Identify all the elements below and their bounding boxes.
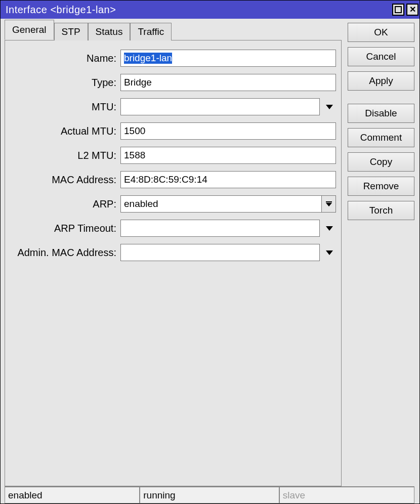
- chevron-down-icon: [326, 250, 333, 255]
- disable-button[interactable]: Disable: [348, 104, 414, 123]
- tab-status[interactable]: Status: [88, 23, 131, 40]
- arp-input[interactable]: [120, 195, 322, 213]
- field-mtu: MTU:: [10, 98, 336, 115]
- field-arp-timeout: ARP Timeout:: [10, 220, 336, 237]
- field-admin-mac: Admin. MAC Address:: [10, 244, 336, 261]
- tab-traffic[interactable]: Traffic: [130, 23, 172, 40]
- main-row: General STP Status Traffic Name: bridge1…: [5, 23, 414, 486]
- name-input-value: bridge1-lan: [124, 53, 172, 64]
- tab-strip: General STP Status Traffic: [5, 23, 342, 40]
- arp-timeout-dropdown-icon[interactable]: [323, 220, 336, 237]
- field-type: Type:: [10, 74, 336, 91]
- close-icon[interactable]: [406, 4, 418, 16]
- tab-general[interactable]: General: [5, 20, 54, 40]
- mtu-input[interactable]: [120, 98, 320, 115]
- status-running: running: [140, 487, 279, 503]
- label-l2-mtu: L2 MTU:: [10, 150, 116, 161]
- field-actual-mtu: Actual MTU:: [10, 122, 336, 140]
- chevron-down-icon: [326, 226, 333, 231]
- field-name: Name: bridge1-lan: [10, 50, 336, 67]
- torch-button[interactable]: Torch: [348, 201, 414, 220]
- arp-timeout-input[interactable]: [120, 220, 320, 237]
- window-title: Interface <bridge1-lan>: [6, 4, 116, 16]
- admin-mac-dropdown-icon[interactable]: [323, 244, 336, 261]
- mtu-dropdown-icon[interactable]: [323, 98, 336, 115]
- mac-address-input[interactable]: [120, 171, 336, 188]
- status-enabled: enabled: [5, 487, 140, 503]
- maximize-icon[interactable]: [392, 4, 404, 16]
- label-admin-mac: Admin. MAC Address:: [10, 247, 116, 259]
- cancel-button[interactable]: Cancel: [348, 47, 414, 66]
- window-body: General STP Status Traffic Name: bridge1…: [1, 19, 419, 503]
- copy-button[interactable]: Copy: [348, 152, 414, 172]
- status-slave: slave: [279, 487, 414, 503]
- side-buttons: OK Cancel Apply Disable Comment Copy Rem…: [348, 23, 414, 486]
- arp-select-button[interactable]: [322, 195, 336, 213]
- spacer: [348, 96, 414, 99]
- form-area: General STP Status Traffic Name: bridge1…: [5, 23, 342, 486]
- fields: Name: bridge1-lan Type:: [10, 50, 336, 261]
- label-type: Type:: [10, 77, 116, 89]
- field-arp: ARP:: [10, 195, 336, 213]
- titlebar[interactable]: Interface <bridge1-lan>: [1, 1, 419, 19]
- admin-mac-input[interactable]: [120, 244, 320, 261]
- statusbar: enabled running slave: [5, 486, 414, 503]
- type-input[interactable]: [120, 74, 336, 91]
- comment-button[interactable]: Comment: [348, 128, 414, 147]
- tab-panel-general: Name: bridge1-lan Type:: [5, 40, 342, 486]
- field-mac-address: MAC Address:: [10, 171, 336, 188]
- field-l2-mtu: L2 MTU:: [10, 147, 336, 164]
- label-mac-address: MAC Address:: [10, 174, 116, 186]
- interface-window: Interface <bridge1-lan> General STP Stat…: [0, 0, 420, 504]
- apply-button[interactable]: Apply: [348, 71, 414, 91]
- chevron-down-icon: [326, 105, 333, 109]
- label-name: Name:: [10, 53, 116, 64]
- titlebar-controls: [392, 4, 418, 16]
- remove-button[interactable]: Remove: [348, 177, 414, 196]
- select-dropdown-icon: [326, 201, 332, 206]
- label-mtu: MTU:: [10, 101, 116, 113]
- tab-stp[interactable]: STP: [54, 23, 88, 40]
- actual-mtu-input[interactable]: [120, 122, 336, 140]
- label-arp-timeout: ARP Timeout:: [10, 223, 116, 234]
- ok-button[interactable]: OK: [348, 23, 414, 42]
- label-actual-mtu: Actual MTU:: [10, 125, 116, 137]
- l2-mtu-input[interactable]: [120, 147, 336, 164]
- label-arp: ARP:: [10, 198, 116, 210]
- name-input[interactable]: bridge1-lan: [120, 50, 336, 67]
